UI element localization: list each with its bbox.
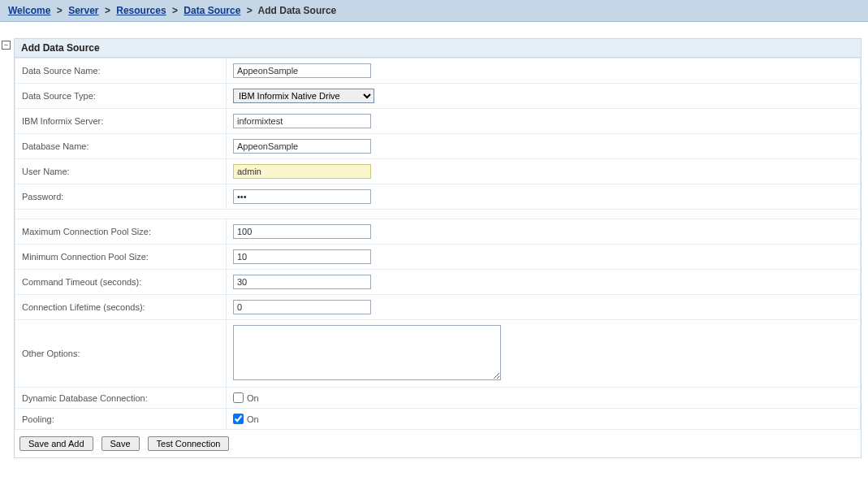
- input-cmd-timeout[interactable]: [233, 275, 371, 289]
- row-data-source-type: Data Source Type: IBM Informix Native Dr…: [15, 84, 861, 109]
- save-and-add-button[interactable]: Save and Add: [19, 436, 93, 451]
- label-informix-server: IBM Informix Server:: [15, 109, 227, 134]
- breadcrumb: Welcome > Server > Resources > Data Sour…: [0, 0, 868, 22]
- row-conn-lifetime: Connection Lifetime (seconds):: [15, 295, 861, 320]
- label-password: Password:: [15, 184, 227, 210]
- label-pooling: Pooling:: [15, 409, 227, 430]
- label-dynamic-conn: Dynamic Database Connection:: [15, 388, 227, 409]
- label-data-source-type: Data Source Type:: [15, 84, 227, 109]
- label-database-name: Database Name:: [15, 134, 227, 159]
- label-data-source-name: Data Source Name:: [15, 58, 227, 84]
- row-pooling: Pooling: On: [15, 409, 861, 430]
- label-user-name: User Name:: [15, 159, 227, 184]
- row-data-source-name: Data Source Name:: [15, 58, 861, 84]
- breadcrumb-sep: >: [105, 5, 110, 16]
- checkbox-pooling[interactable]: [233, 414, 244, 424]
- label-max-pool: Maximum Connection Pool Size:: [15, 219, 227, 245]
- label-cmd-timeout: Command Timeout (seconds):: [15, 270, 227, 295]
- input-data-source-name[interactable]: [233, 63, 371, 78]
- row-other-options: Other Options:: [15, 320, 861, 388]
- breadcrumb-link-resources[interactable]: Resources: [116, 5, 166, 16]
- label-conn-lifetime: Connection Lifetime (seconds):: [15, 295, 227, 320]
- checkbox-label-dynamic-conn: On: [247, 393, 259, 403]
- input-database-name[interactable]: [233, 139, 371, 154]
- button-row: Save and Add Save Test Connection: [15, 430, 861, 457]
- input-max-pool[interactable]: [233, 224, 371, 239]
- breadcrumb-link-welcome[interactable]: Welcome: [8, 5, 50, 16]
- collapse-toggle-icon[interactable]: −: [2, 41, 11, 50]
- label-other-options: Other Options:: [15, 320, 227, 388]
- breadcrumb-sep: >: [172, 5, 178, 16]
- input-conn-lifetime[interactable]: [233, 300, 371, 314]
- input-user-name[interactable]: [233, 164, 371, 179]
- checkbox-dynamic-conn[interactable]: [233, 392, 244, 403]
- breadcrumb-sep: >: [57, 5, 63, 16]
- label-min-pool: Minimum Connection Pool Size:: [15, 245, 227, 270]
- test-connection-button[interactable]: Test Connection: [148, 436, 230, 451]
- panel-title: Add Data Source: [15, 39, 861, 58]
- input-password[interactable]: [233, 189, 371, 204]
- breadcrumb-sep: >: [247, 5, 253, 16]
- select-data-source-type[interactable]: IBM Informix Native Drive: [233, 89, 374, 103]
- save-button[interactable]: Save: [101, 436, 140, 451]
- input-informix-server[interactable]: [233, 114, 371, 128]
- checkbox-label-pooling: On: [247, 414, 259, 424]
- textarea-other-options[interactable]: [233, 325, 501, 380]
- row-min-pool: Minimum Connection Pool Size:: [15, 245, 861, 270]
- form-panel: Add Data Source Data Source Name: Data S…: [14, 38, 862, 458]
- row-informix-server: IBM Informix Server:: [15, 109, 861, 134]
- breadcrumb-current: Add Data Source: [258, 5, 337, 16]
- row-max-pool: Maximum Connection Pool Size:: [15, 219, 861, 245]
- row-dynamic-conn: Dynamic Database Connection: On: [15, 388, 861, 409]
- breadcrumb-link-data-source[interactable]: Data Source: [184, 5, 240, 16]
- row-user-name: User Name:: [15, 159, 861, 184]
- form-table: Data Source Name: Data Source Type: IBM …: [15, 58, 861, 430]
- row-database-name: Database Name:: [15, 134, 861, 159]
- row-cmd-timeout: Command Timeout (seconds):: [15, 270, 861, 295]
- row-password: Password:: [15, 184, 861, 210]
- breadcrumb-link-server[interactable]: Server: [68, 5, 98, 16]
- input-min-pool[interactable]: [233, 249, 371, 264]
